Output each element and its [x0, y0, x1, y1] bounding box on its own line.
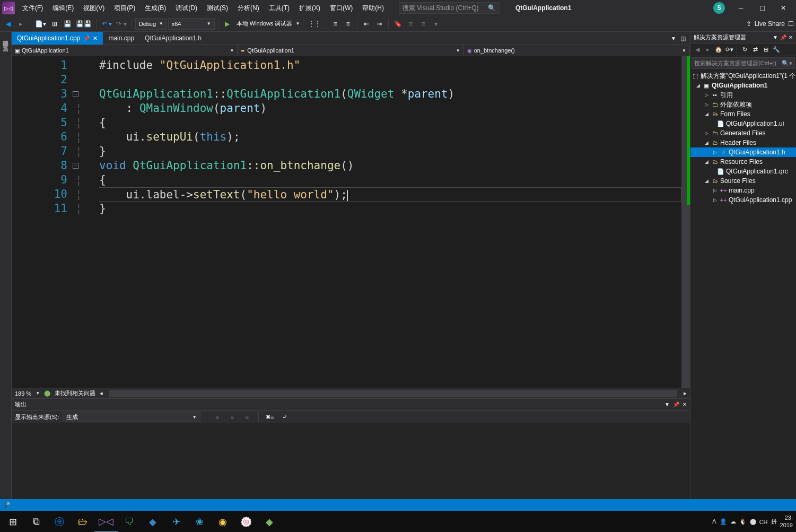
code-line[interactable]: } [99, 144, 681, 159]
panel-dropdown-icon[interactable]: ▼ [773, 34, 778, 40]
expand-icon[interactable]: ▷ [712, 197, 718, 203]
start-debug-button[interactable]: ▶ [222, 18, 233, 30]
tree-form-files[interactable]: ◢ 🗁 Form Files [690, 109, 796, 119]
menu-item[interactable]: 窗口(W) [326, 2, 357, 15]
toolbar-more[interactable]: ▾ [430, 18, 442, 30]
panel-dropdown-icon[interactable]: ▼ [664, 402, 670, 407]
output-source-combo[interactable]: 生成 ▼ [63, 412, 200, 422]
tree-source-files[interactable]: ◢ 🗁 Source Files [690, 176, 796, 186]
menu-item[interactable]: 文件(F) [18, 2, 47, 15]
nav-fwd-button[interactable]: ▸ [15, 18, 27, 30]
close-tab-icon[interactable]: ✕ [93, 35, 98, 42]
start-button[interactable]: ⊞ [1, 511, 24, 533]
task-view-button[interactable]: ⧉ [24, 511, 48, 533]
nav-scope-method[interactable]: ◉ on_btnchange() ▼ [464, 45, 690, 56]
open-button[interactable]: ⊞ [49, 18, 60, 30]
menu-item[interactable]: 测试(S) [203, 2, 232, 15]
undo-button[interactable]: ↶ ▾ [100, 18, 113, 30]
feedback-button[interactable]: ☐ [788, 20, 794, 28]
indent-out-button[interactable]: ⇤ [361, 18, 372, 30]
menu-item[interactable]: 工具(T) [265, 2, 294, 15]
sol-sync-button[interactable]: ⟳▾ [724, 45, 734, 55]
tree-project[interactable]: ◢ ▣ QtGuiApplication1 [690, 81, 796, 90]
global-search-box[interactable]: 搜索 Visual Studio (Ctrl+Q) 🔍 [399, 2, 500, 14]
toolbar-btn-2[interactable]: ≡ [329, 18, 341, 30]
save-button[interactable]: 💾 [62, 18, 73, 30]
sol-showall-button[interactable]: ⊞ [761, 45, 771, 55]
horizontal-scrollbar[interactable] [109, 390, 677, 397]
panel-close-icon[interactable]: ✕ [789, 34, 793, 40]
zoom-level[interactable]: 189 % [15, 390, 31, 397]
expand-icon[interactable]: ◢ [695, 83, 701, 88]
sol-refresh-button[interactable]: ↻ [740, 45, 749, 55]
mic-icon[interactable]: 🎤 [3, 502, 11, 509]
menu-item[interactable]: 项目(P) [110, 2, 139, 15]
redo-button[interactable]: ↷ ▾ [115, 18, 128, 30]
output-btn-3[interactable]: ≡ [241, 411, 253, 423]
clock[interactable]: 23: 2019 [780, 514, 793, 528]
scroll-left-arrow[interactable]: ◂ [100, 390, 103, 397]
close-button[interactable]: ✕ [773, 0, 794, 16]
chrome-icon[interactable]: ◉ [211, 511, 234, 533]
output-clear-button[interactable]: ✖≡ [264, 411, 276, 423]
tray-icon-3[interactable]: ⬤ [750, 518, 756, 525]
fold-gutter[interactable]: −¦¦¦¦−¦¦¦ [73, 56, 99, 388]
ime-lang[interactable]: CH [759, 519, 768, 525]
user-avatar[interactable]: 5 [713, 2, 725, 14]
editor-tab[interactable]: main.cpp [103, 32, 139, 45]
ime-mode[interactable]: 拼 [771, 518, 777, 526]
toolbar-btn-3[interactable]: ≡ [342, 18, 354, 30]
menu-item[interactable]: 视图(V) [79, 2, 109, 15]
vs-icon[interactable]: ▷◁ [94, 511, 118, 533]
expand-icon[interactable]: ◢ [703, 111, 710, 117]
expand-icon[interactable]: ▷ [703, 92, 710, 98]
tree-qrc-file[interactable]: 📄 QtGuiApplication1.qrc [690, 167, 796, 176]
maximize-button[interactable]: ▢ [751, 0, 773, 16]
menu-item[interactable]: 生成(B) [141, 2, 170, 15]
app-icon-3[interactable]: 🍥 [234, 511, 258, 533]
save-all-button[interactable]: 💾💾 [74, 18, 93, 30]
tree-external-deps[interactable]: ▷ 🗀 外部依赖项 [690, 100, 796, 109]
tree-main-cpp[interactable]: ▷ ++ main.cpp [690, 186, 796, 195]
tree-references[interactable]: ▷ ▪▪ 引用 [690, 90, 796, 100]
solution-tree[interactable]: ⬚ 解决方案"QtGuiApplication1"(1 个 ◢ ▣ QtGuiA… [690, 70, 796, 499]
vertical-scrollbar[interactable] [681, 56, 690, 388]
tree-header-file[interactable]: ▷ 🗎 QtGuiApplication1.h [690, 147, 796, 157]
tree-ui-file[interactable]: 📄 QtGuiApplication1.ui [690, 119, 796, 128]
code-line[interactable]: void QtGuiApplication1::on_btnchange() [99, 159, 681, 173]
scroll-right-arrow[interactable]: ▸ [684, 390, 687, 397]
expand-icon[interactable]: ◢ [703, 140, 710, 145]
expand-icon[interactable]: ◢ [703, 159, 710, 164]
bookmark-button[interactable]: 🔖 [392, 18, 404, 30]
server-explorer-tab[interactable]: 服务器资源管理器 [1, 34, 11, 38]
fold-toggle-icon[interactable]: − [73, 163, 78, 169]
menu-item[interactable]: 编辑(E) [48, 2, 78, 15]
problems-status[interactable]: 未找到相关问题 [55, 389, 95, 397]
app-icon-2[interactable]: ❀ [188, 511, 211, 533]
tree-header-files[interactable]: ◢ 🗁 Header Files [690, 138, 796, 147]
sol-properties-button[interactable]: 🔧 [772, 45, 781, 55]
telegram-icon[interactable]: ✈ [164, 511, 188, 533]
solution-search-box[interactable]: 搜索解决方案资源管理器(Ctrl+;) 🔍▾ [692, 57, 795, 69]
sol-fwd-button[interactable]: ▸ [703, 45, 713, 55]
tab-overflow-icon[interactable]: ▼ [669, 36, 678, 41]
sol-back-button[interactable]: ◀ [693, 45, 702, 55]
nav-back-button[interactable]: ◀ [2, 18, 14, 30]
code-line[interactable]: } [99, 202, 681, 216]
toolbar-btn-1[interactable]: ⋮⋮ [307, 18, 322, 30]
code-content[interactable]: #include "QtGuiApplication1.h"QtGuiAppli… [99, 56, 681, 388]
menu-item[interactable]: 分析(N) [233, 2, 264, 15]
split-view-icon[interactable]: ◫ [678, 35, 688, 42]
tray-icon-1[interactable]: ☁ [730, 518, 736, 525]
expand-icon[interactable]: ◢ [703, 178, 710, 184]
expand-icon[interactable]: ▷ [703, 130, 710, 136]
output-btn-1[interactable]: ≡ [212, 411, 223, 423]
app-icon-1[interactable]: ◆ [141, 511, 164, 533]
pin-icon[interactable]: 📌 [83, 36, 90, 41]
code-line[interactable]: #include "QtGuiApplication1.h" [99, 58, 681, 73]
indent-in-button[interactable]: ⇥ [373, 18, 385, 30]
live-share-button[interactable]: Live Share [755, 20, 785, 28]
people-icon[interactable]: 👤 [720, 518, 727, 525]
code-line[interactable]: QtGuiApplication1::QtGuiApplication1(QWi… [99, 87, 681, 101]
output-btn-2[interactable]: ≡ [226, 411, 238, 423]
